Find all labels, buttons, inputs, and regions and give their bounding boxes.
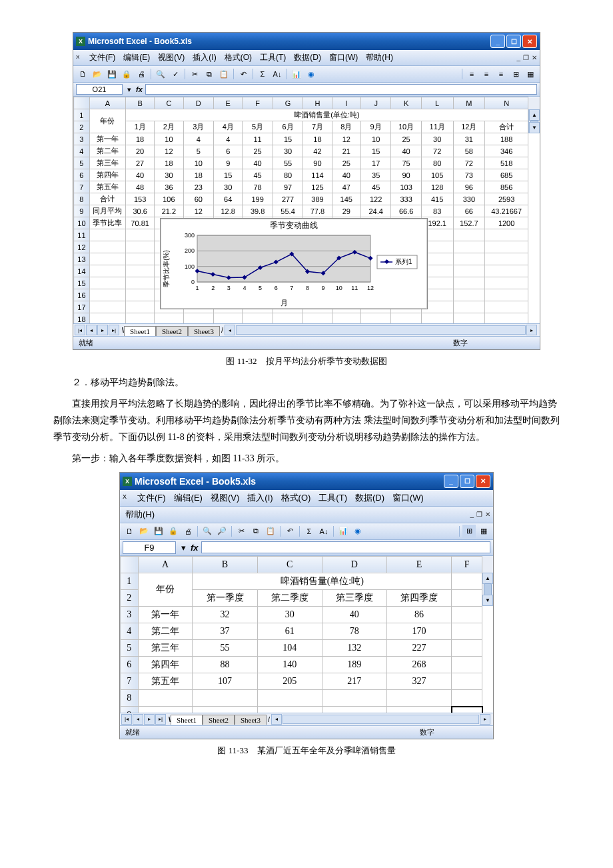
cell[interactable] [386, 689, 451, 707]
copy-icon[interactable]: ⧉ [249, 525, 263, 538]
hscroll-track[interactable] [283, 715, 479, 724]
cell[interactable]: 64 [214, 193, 243, 205]
cell[interactable] [453, 313, 485, 324]
research-icon[interactable]: 🔎 [215, 525, 229, 538]
cell[interactable]: 10月 [391, 121, 421, 133]
cell[interactable]: 60 [183, 193, 213, 205]
cell[interactable]: 9月 [360, 121, 390, 133]
cell[interactable]: 第五年 [138, 673, 193, 689]
cell[interactable]: 6月 [273, 121, 303, 133]
cell[interactable]: 35 [360, 169, 390, 181]
cell[interactable] [183, 313, 213, 324]
cell[interactable]: 同月平均 [89, 205, 125, 217]
menu-file[interactable]: 文件(F) [135, 491, 169, 505]
cell[interactable]: 25 [391, 133, 421, 145]
cell[interactable] [89, 229, 125, 241]
cell[interactable] [452, 689, 482, 707]
cell[interactable]: 37 [193, 623, 257, 639]
cell[interactable]: 78 [243, 181, 273, 193]
cell[interactable]: 107 [193, 673, 257, 689]
cell[interactable] [421, 313, 453, 324]
cell[interactable]: 12月 [453, 121, 485, 133]
tab-last-icon[interactable]: ▸| [109, 325, 119, 335]
cell[interactable] [453, 241, 485, 253]
cell[interactable]: 5月 [243, 121, 273, 133]
cell[interactable] [485, 241, 528, 253]
cell[interactable] [125, 289, 154, 301]
row-header[interactable]: 11 [74, 229, 90, 241]
menu-window[interactable]: 窗口(W) [390, 491, 426, 505]
autosum-icon[interactable]: Σ [256, 67, 269, 81]
cell[interactable]: 73 [453, 169, 485, 181]
hscroll-right-icon[interactable]: ▸ [480, 714, 490, 725]
cell[interactable]: 第五年 [89, 181, 125, 193]
cell[interactable] [125, 313, 154, 324]
cell[interactable] [453, 253, 485, 265]
cell[interactable] [453, 229, 485, 241]
row-header[interactable]: 16 [74, 289, 90, 301]
cell[interactable]: 83 [421, 205, 453, 217]
cell[interactable] [138, 707, 193, 713]
cell[interactable]: 45 [360, 181, 390, 193]
col-header[interactable]: L [421, 97, 453, 109]
row-header[interactable]: 9 [121, 707, 139, 713]
cell[interactable]: 189 [322, 656, 386, 673]
paste-icon[interactable]: 📋 [217, 67, 231, 81]
cell[interactable]: 40 [125, 169, 154, 181]
cell[interactable]: 153 [125, 193, 154, 205]
hscroll-track[interactable] [236, 325, 526, 335]
scroll-down-icon[interactable]: ▼ [482, 595, 493, 606]
menu-data[interactable]: 数据(D) [352, 491, 387, 505]
cell[interactable]: 333 [391, 193, 421, 205]
cell[interactable]: 8月 [332, 121, 360, 133]
row-header[interactable]: 18 [74, 313, 90, 324]
row-header[interactable]: 5 [121, 639, 139, 656]
cell[interactable]: 199 [243, 193, 273, 205]
namebox-dropdown-icon[interactable]: ▾ [179, 543, 188, 553]
cell[interactable]: 55 [193, 639, 257, 656]
permission-icon[interactable]: 🔒 [120, 67, 133, 81]
cell[interactable]: 1200 [485, 217, 528, 229]
cell[interactable]: 3月 [183, 121, 213, 133]
cell[interactable]: 40 [243, 157, 273, 169]
row-header[interactable]: 14 [74, 265, 90, 277]
row-header[interactable]: 4 [121, 623, 139, 639]
cell[interactable]: 80 [421, 157, 453, 169]
scroll-up-icon[interactable]: ▲ [482, 573, 493, 584]
cell[interactable] [138, 689, 193, 707]
cell[interactable]: 第二季度 [257, 589, 322, 606]
menu-insert[interactable]: 插入(I) [190, 51, 219, 64]
cell[interactable]: 年份 [89, 109, 125, 133]
row-header[interactable]: 3 [121, 606, 139, 623]
cell[interactable] [485, 289, 528, 301]
menu-edit[interactable]: 编辑(E) [121, 51, 153, 64]
cell[interactable]: 18 [183, 169, 213, 181]
tab-last-icon[interactable]: ▸| [155, 714, 166, 725]
doc-min-icon[interactable]: _ [516, 54, 520, 61]
col-header[interactable]: C [257, 556, 322, 573]
cell[interactable]: 45 [243, 169, 273, 181]
cell[interactable]: 104 [257, 639, 322, 656]
cell[interactable]: 227 [386, 639, 451, 656]
cell[interactable]: 第一年 [89, 133, 125, 145]
cell[interactable]: 114 [303, 169, 332, 181]
cell[interactable]: 32 [193, 606, 257, 623]
cell[interactable]: 5 [183, 145, 213, 157]
row-header[interactable]: 13 [74, 253, 90, 265]
merge-icon[interactable]: ⊞ [462, 525, 476, 538]
autosum-icon[interactable]: Σ [303, 525, 316, 538]
sheet-tab-2[interactable]: Sheet2 [156, 326, 188, 336]
print-preview-icon[interactable]: 🔍 [201, 525, 214, 538]
row-header[interactable]: 6 [74, 169, 90, 181]
cut-icon[interactable]: ✂ [235, 525, 248, 538]
cell[interactable]: 205 [257, 673, 322, 689]
cell[interactable]: 277 [273, 193, 303, 205]
col-header[interactable]: K [391, 97, 421, 109]
cell[interactable]: 15 [214, 169, 243, 181]
row-header[interactable]: 1 [121, 573, 139, 589]
cell[interactable]: 合计 [89, 193, 125, 205]
cell[interactable]: 90 [391, 169, 421, 181]
spelling-icon[interactable]: ✓ [169, 67, 182, 81]
cell[interactable] [89, 277, 125, 289]
menu-tools[interactable]: 工具(T) [316, 491, 350, 505]
